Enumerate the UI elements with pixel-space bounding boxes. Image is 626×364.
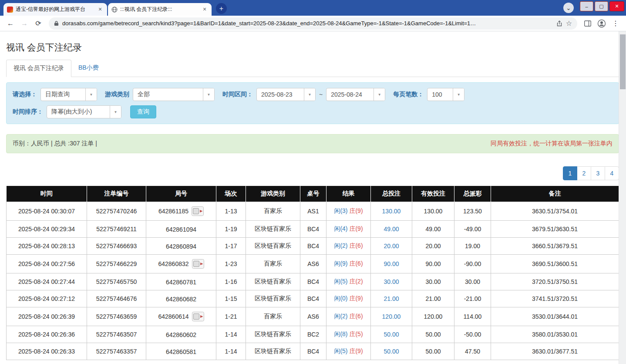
date-end-select[interactable]: 2025-08-24 ▼	[326, 88, 385, 101]
total-bet-link[interactable]: 120.00	[382, 313, 401, 320]
cell-valid-bet: 120.00	[412, 307, 454, 326]
column-header: 场次	[216, 186, 246, 202]
chevron-down-icon[interactable]: ▼	[203, 88, 214, 101]
tab-search-chevron-icon[interactable]: ⌄	[563, 3, 574, 13]
total-bet-link[interactable]: 20.00	[384, 243, 399, 249]
cell-time: 2025-08-24 00:26:36	[7, 326, 87, 343]
cell-result: 闲(2) 庄(6)	[326, 307, 371, 326]
tab-bb-tips[interactable]: BB小费	[71, 60, 106, 77]
url-text[interactable]: dorasabs.com/game/betrecord_search/kind3…	[62, 20, 553, 27]
bet-table-body: 2025-08-24 00:30:07522757470246642861185…	[7, 202, 619, 360]
forward-icon[interactable]: →	[18, 17, 30, 30]
cell-game-type: 区块链百家乐	[246, 343, 300, 360]
cell-bet-id: 522757463507	[87, 326, 146, 343]
column-header: 桌号	[300, 186, 326, 202]
cell-table-no: BC4	[300, 290, 326, 307]
query-type-select[interactable]: 日期查询 ▼	[40, 88, 97, 101]
result-player: 闲(8)	[334, 330, 347, 337]
chevron-down-icon[interactable]: ▼	[304, 88, 315, 101]
total-bet-link[interactable]: 21.00	[384, 295, 399, 302]
result-player: 闲(5)	[334, 347, 347, 354]
column-header: 结果	[326, 186, 371, 202]
round-id: 642860682	[166, 296, 196, 303]
lock-icon[interactable]	[54, 20, 59, 26]
cell-table-no: BC4	[300, 343, 326, 360]
column-header: 有效投注	[412, 186, 454, 202]
result-banker: 庄(6)	[349, 260, 363, 267]
profile-avatar-icon[interactable]	[596, 17, 608, 30]
tab-close-icon[interactable]: ×	[97, 6, 104, 13]
cell-game-type: 区块链百家乐	[246, 290, 300, 307]
page-button-2[interactable]: 2	[577, 166, 591, 180]
cell-total-bet: 50.00	[371, 326, 412, 343]
browser-tab-bet-records[interactable]: :::视讯 会员下注纪录::: ×	[108, 3, 212, 16]
page-button-4[interactable]: 4	[605, 166, 619, 180]
cell-session: 1-19	[216, 221, 246, 238]
sort-value: 降幂(由大到小)	[47, 106, 110, 118]
page-size-select[interactable]: 100 ▼	[427, 88, 464, 101]
chevron-down-icon[interactable]: ▼	[110, 106, 121, 118]
page-button-3[interactable]: 3	[591, 166, 605, 180]
search-button[interactable]: 查询	[130, 105, 156, 118]
cell-game-type: 百家乐	[246, 255, 300, 273]
total-bet-link[interactable]: 50.00	[384, 348, 399, 355]
cell-game-type: 百家乐	[246, 202, 300, 221]
browser-tab-home[interactable]: 通宝-信誉最好的网上游戏平台 ×	[3, 3, 107, 16]
chevron-down-icon[interactable]: ▼	[453, 88, 464, 101]
total-bet-link[interactable]: 90.00	[384, 260, 399, 267]
cell-valid-bet: 50.00	[412, 343, 454, 360]
chevron-down-icon[interactable]: ▼	[85, 88, 97, 101]
cell-round-id: 642860894	[146, 238, 216, 255]
total-bet-link[interactable]: 49.00	[384, 226, 399, 233]
tab-bet-records[interactable]: 视讯 会员下注纪录	[6, 60, 71, 77]
window-close-button[interactable]: ✕	[609, 1, 624, 11]
summary-notice: 同局有效投注，统一计算在该局第一张注单内	[491, 140, 613, 148]
cell-total-bet: 120.00	[371, 307, 412, 326]
filter-row-1: 请选择： 日期查询 ▼ 游戏类别 全部 ▼ 时间区间： 2025-08-23 ▼	[13, 88, 613, 101]
cell-note: 3690.51/3600.51	[491, 255, 619, 273]
bet-table-head-row: 时间注单编号局号场次游戏类别桌号结果总投注有效投注总派彩备注	[7, 186, 619, 202]
cell-game-type: 区块链百家乐	[246, 238, 300, 255]
window-maximize-button[interactable]: ▢	[595, 1, 608, 11]
cell-time: 2025-08-24 00:27:44	[7, 273, 87, 290]
total-bet-link[interactable]: 30.00	[384, 278, 399, 285]
site-favicon	[7, 7, 13, 13]
replay-video-icon[interactable]	[192, 206, 204, 216]
cell-table-no: BC4	[300, 221, 326, 238]
sort-select[interactable]: 降幂(由大到小) ▼	[47, 105, 121, 118]
cell-payout: -49.00	[454, 221, 491, 238]
pagination: 1234	[6, 166, 619, 180]
round-id: 642861094	[166, 226, 196, 233]
tab-close-icon[interactable]: ×	[201, 6, 208, 13]
kebab-menu-icon[interactable]: ⋮	[609, 17, 622, 30]
game-type-label: 游戏类别	[105, 91, 129, 98]
refresh-icon[interactable]: ⟳	[32, 17, 44, 30]
date-start-select[interactable]: 2025-08-23 ▼	[256, 88, 316, 101]
total-bet-link[interactable]: 130.00	[382, 208, 401, 215]
page-scrollbar[interactable]	[619, 31, 626, 364]
replay-video-icon[interactable]	[192, 259, 204, 269]
cell-result: 闲(8) 庄(5)	[326, 326, 371, 343]
cell-round-id: 642860682	[146, 290, 216, 307]
chevron-down-icon[interactable]: ▼	[374, 88, 385, 101]
window-minimize-button[interactable]: –	[580, 1, 593, 11]
replay-video-icon[interactable]	[192, 312, 204, 321]
round-id: 642860614	[158, 313, 188, 320]
table-row: 2025-08-24 00:28:13522757466693642860894…	[7, 238, 619, 255]
new-tab-button[interactable]: +	[216, 3, 227, 14]
cell-game-type: 区块链百家乐	[246, 221, 300, 238]
url-bar[interactable]: dorasabs.com/game/betrecord_search/kind3…	[49, 17, 577, 30]
window-controls: ⌄ – ▢ ✕	[563, 0, 626, 16]
game-type-select[interactable]: 全部 ▼	[133, 88, 215, 101]
cell-bet-id: 522757463357	[87, 343, 146, 360]
cell-valid-bet: 21.00	[412, 290, 454, 307]
back-icon[interactable]: ←	[4, 17, 17, 30]
total-bet-link[interactable]: 50.00	[384, 331, 399, 338]
share-icon[interactable]	[556, 20, 562, 27]
cell-bet-id: 522757464676	[87, 290, 146, 307]
page-button-1[interactable]: 1	[563, 166, 577, 180]
scrollbar-thumb[interactable]	[620, 34, 626, 89]
side-panel-icon[interactable]	[582, 17, 594, 30]
round-id: 642860581	[166, 348, 196, 355]
bookmark-star-icon[interactable]: ☆	[566, 19, 572, 27]
